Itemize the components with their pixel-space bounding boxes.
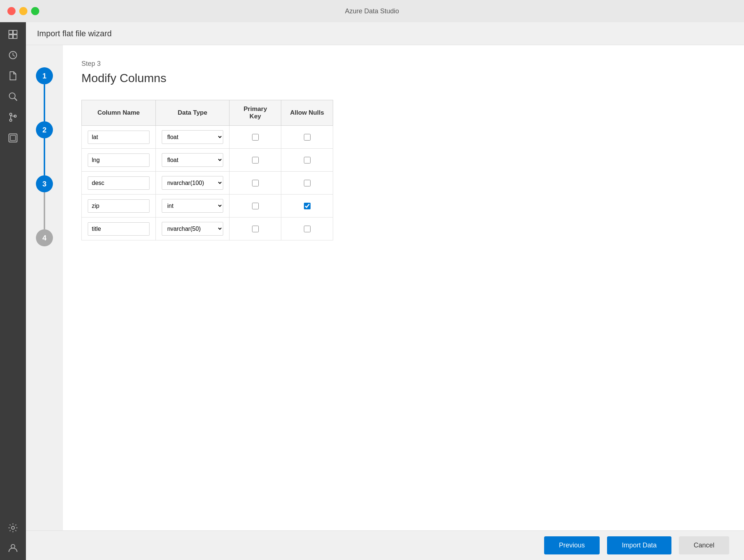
primary-key-checkbox-5[interactable] (252, 226, 259, 232)
step-line-1-2 (44, 84, 45, 121)
data-type-select-3[interactable]: floatintnvarchar(50)nvarchar(100)nvarcha… (162, 176, 224, 190)
step-node-3: 3 (36, 175, 53, 192)
sidebar-icon-search[interactable] (4, 88, 21, 105)
page-title: Modify Columns (81, 71, 725, 85)
primary-key-checkbox-1[interactable] (252, 134, 259, 141)
table-row: floatintnvarchar(50)nvarchar(100)nvarcha… (82, 172, 333, 195)
app-body: Import flat file wizard 1 2 3 (0, 22, 744, 560)
column-name-input-4[interactable] (88, 199, 150, 213)
close-button[interactable] (7, 7, 16, 15)
primary-key-checkbox-4[interactable] (252, 203, 259, 209)
svg-point-7 (9, 93, 15, 99)
column-name-input-1[interactable] (88, 131, 150, 144)
header-data-type: Data Type (155, 100, 229, 126)
column-name-input-5[interactable] (88, 222, 150, 236)
data-type-select-2[interactable]: floatintnvarchar(50)nvarchar(100)nvarcha… (162, 153, 224, 167)
header-primary-key: Primary Key (229, 100, 281, 126)
window-title: Azure Data Studio (345, 7, 399, 15)
window-controls (7, 7, 39, 15)
sidebar-icon-settings[interactable] (4, 519, 21, 536)
table-row: floatintnvarchar(50)nvarchar(100)nvarcha… (82, 149, 333, 172)
sidebar-icon-user[interactable] (4, 539, 21, 556)
svg-rect-0 (9, 30, 13, 34)
table-row: floatintnvarchar(50)nvarchar(100)nvarcha… (82, 126, 333, 149)
allow-nulls-checkbox-5[interactable] (304, 226, 311, 232)
step-line-2-3 (44, 138, 45, 175)
data-type-select-4[interactable]: floatintnvarchar(50)nvarchar(100)nvarcha… (162, 199, 224, 213)
svg-rect-3 (13, 35, 17, 38)
columns-table: Column Name Data Type Primary Key Allow … (81, 100, 333, 240)
sidebar-bottom (4, 519, 21, 560)
sidebar-icon-clock[interactable] (4, 47, 21, 64)
svg-line-6 (13, 55, 15, 56)
main-area: Import flat file wizard 1 2 3 (26, 22, 744, 560)
step-label: Step 3 (81, 60, 725, 68)
allow-nulls-checkbox-1[interactable] (304, 134, 311, 141)
primary-key-checkbox-3[interactable] (252, 180, 259, 186)
primary-key-checkbox-2[interactable] (252, 157, 259, 163)
svg-point-10 (10, 119, 12, 121)
cancel-button[interactable]: Cancel (679, 536, 729, 554)
table-row: floatintnvarchar(50)nvarchar(100)nvarcha… (82, 195, 333, 217)
main-content: Step 3 Modify Columns Column Name Data T… (63, 45, 744, 530)
allow-nulls-checkbox-3[interactable] (304, 180, 311, 186)
stepper-container: 1 2 3 4 (36, 67, 53, 246)
svg-line-8 (14, 98, 17, 101)
data-type-select-1[interactable]: floatintnvarchar(50)nvarchar(100)nvarcha… (162, 130, 224, 144)
svg-point-16 (11, 544, 15, 548)
data-type-select-5[interactable]: floatintnvarchar(50)nvarchar(100)nvarcha… (162, 222, 224, 236)
content-area: 1 2 3 4 Step 3 (26, 45, 744, 530)
footer: Previous Import Data Cancel (26, 530, 744, 560)
svg-rect-2 (9, 35, 13, 38)
app-header-title: Import flat file wizard (37, 29, 112, 38)
title-bar: Azure Data Studio (0, 0, 744, 22)
allow-nulls-checkbox-2[interactable] (304, 157, 311, 163)
svg-rect-14 (10, 135, 16, 141)
maximize-button[interactable] (31, 7, 39, 15)
column-name-input-2[interactable] (88, 154, 150, 167)
minimize-button[interactable] (19, 7, 27, 15)
sidebar (0, 22, 26, 560)
step-node-1: 1 (36, 67, 53, 84)
step-line-3-4 (44, 192, 45, 229)
previous-button[interactable]: Previous (544, 536, 600, 554)
app-header: Import flat file wizard (26, 22, 744, 45)
sidebar-icon-layers[interactable] (4, 129, 21, 146)
import-data-button[interactable]: Import Data (607, 536, 671, 554)
table-row: floatintnvarchar(50)nvarchar(100)nvarcha… (82, 217, 333, 240)
allow-nulls-checkbox-4[interactable] (304, 203, 311, 209)
sidebar-icon-grid[interactable] (4, 26, 21, 43)
column-name-input-3[interactable] (88, 176, 150, 190)
sidebar-icon-branch[interactable] (4, 109, 21, 126)
svg-point-9 (10, 113, 12, 115)
svg-point-15 (11, 526, 14, 529)
step-node-2: 2 (36, 121, 53, 138)
sidebar-icon-file[interactable] (4, 67, 21, 84)
svg-rect-1 (13, 30, 17, 34)
step-node-4: 4 (36, 229, 53, 246)
stepper-sidebar: 1 2 3 4 (26, 45, 63, 530)
header-column-name: Column Name (82, 100, 156, 126)
header-allow-nulls: Allow Nulls (281, 100, 333, 126)
